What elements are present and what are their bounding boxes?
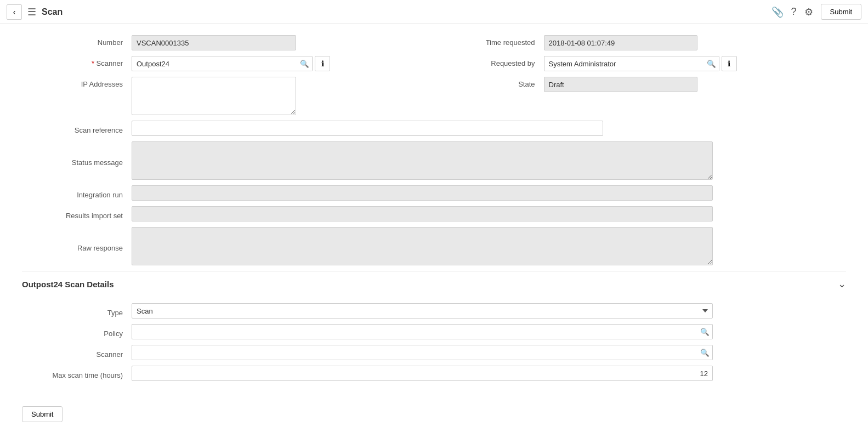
back-icon: ‹ [13, 8, 16, 16]
max-scan-time-input[interactable] [132, 366, 713, 381]
raw-response-textarea [132, 227, 713, 265]
time-requested-label: Time requested [434, 35, 544, 47]
raw-response-row: Raw response [22, 227, 846, 265]
row-number-time: Number Time requested [22, 35, 846, 56]
results-import-set-label: Results import set [22, 208, 132, 220]
status-message-row: Status message [22, 141, 846, 180]
attach-icon[interactable]: 📎 [771, 6, 784, 18]
outpost24-scanner-input[interactable] [132, 345, 697, 360]
scan-reference-row: Scan reference [22, 121, 846, 136]
max-scan-time-row: Max scan time (hours) [22, 366, 846, 381]
state-field-wrap [544, 77, 847, 92]
scanner-info-button[interactable]: ℹ [315, 56, 330, 71]
results-import-set-row: Results import set [22, 206, 846, 221]
bottom-submit-area: Submit [0, 397, 868, 431]
row-scanner-requested: Scanner 🔍 ℹ [22, 56, 846, 77]
policy-input[interactable] [132, 324, 697, 339]
max-scan-time-input-wrap [132, 366, 713, 381]
status-message-label: Status message [22, 155, 132, 167]
integration-run-input [132, 185, 713, 201]
requested-by-search-icon: 🔍 [707, 60, 716, 68]
requested-by-row: Requested by 🔍 ℹ [434, 56, 847, 71]
state-label: State [434, 77, 544, 88]
raw-response-label: Raw response [22, 241, 132, 252]
scan-reference-label: Scan reference [22, 123, 132, 134]
scanner-input[interactable] [132, 56, 297, 71]
main-content: Number Time requested Scanner [0, 24, 868, 397]
time-requested-row: Time requested [434, 35, 847, 50]
scanner-field-wrap: 🔍 ℹ [132, 56, 434, 71]
requested-by-search-button[interactable]: 🔍 [704, 56, 719, 71]
form-section: Number Time requested Scanner [22, 35, 846, 265]
scan-reference-input[interactable] [132, 121, 603, 136]
col-scanner: Scanner 🔍 ℹ [22, 56, 434, 77]
time-requested-field-wrap [544, 35, 847, 50]
back-button[interactable]: ‹ [7, 4, 22, 20]
header-left: ‹ ☰ Scan [7, 4, 63, 20]
col-time-requested: Time requested [434, 35, 847, 56]
help-icon[interactable]: ? [791, 6, 797, 18]
scanner-search-icon: 🔍 [300, 60, 309, 68]
ip-field-wrap [132, 77, 434, 115]
state-input [544, 77, 697, 92]
requested-by-input[interactable] [544, 56, 704, 71]
policy-label: Policy [22, 326, 132, 338]
requested-by-label: Requested by [434, 56, 544, 67]
outpost24-scanner-input-wrap: 🔍 [132, 345, 713, 360]
number-label: Number [22, 35, 132, 47]
scanner-search-button[interactable]: 🔍 [297, 56, 313, 71]
number-field-wrap [132, 35, 434, 50]
col-ip: IP Addresses [22, 77, 434, 121]
policy-input-wrap: 🔍 [132, 324, 713, 339]
outpost24-section-header: Outpost24 Scan Details ⌄ [22, 271, 846, 297]
page-title: Scan [42, 7, 63, 17]
policy-search-button[interactable]: 🔍 [697, 324, 713, 339]
col-state: State [434, 77, 847, 121]
outpost24-section-title: Outpost24 Scan Details [22, 280, 114, 289]
info-icon: ℹ [321, 59, 324, 68]
type-label: Type [22, 305, 132, 317]
ip-label: IP Addresses [22, 77, 132, 88]
ip-textarea[interactable] [132, 77, 296, 115]
outpost24-scanner-row: Scanner 🔍 [22, 345, 846, 360]
chevron-down-icon[interactable]: ⌄ [838, 278, 846, 290]
requested-by-info-button[interactable]: ℹ [722, 56, 737, 71]
results-import-set-input [132, 206, 713, 221]
max-scan-time-label: Max scan time (hours) [22, 368, 132, 379]
row-ip-state: IP Addresses State [22, 77, 846, 121]
integration-run-row: Integration run [22, 185, 846, 201]
type-row: Type Scan [22, 303, 846, 319]
type-select-wrap: Scan [132, 303, 713, 319]
requested-by-input-wrap: 🔍 [544, 56, 719, 71]
submit-button-bottom[interactable]: Submit [22, 406, 63, 422]
status-message-textarea [132, 141, 713, 180]
state-row: State [434, 77, 847, 92]
header: ‹ ☰ Scan 📎 ? ⚙ Submit [0, 0, 868, 24]
ip-row: IP Addresses [22, 77, 434, 115]
number-row: Number [22, 35, 434, 50]
scanner-row: Scanner 🔍 ℹ [22, 56, 434, 71]
settings-icon[interactable]: ⚙ [804, 6, 813, 18]
integration-run-label: Integration run [22, 187, 132, 199]
scanner-input-wrap: 🔍 [132, 56, 313, 71]
hamburger-icon[interactable]: ☰ [27, 6, 36, 18]
type-select[interactable]: Scan [132, 303, 713, 319]
outpost24-scanner-search-button[interactable]: 🔍 [697, 345, 713, 360]
col-number: Number [22, 35, 434, 56]
requested-by-info-icon: ℹ [728, 59, 730, 68]
outpost24-scanner-label: Scanner [22, 347, 132, 359]
policy-search-icon: 🔍 [700, 328, 710, 336]
submit-button-header[interactable]: Submit [821, 4, 861, 20]
scanner-label: Scanner [22, 56, 132, 67]
outpost24-scanner-search-icon: 🔍 [700, 349, 710, 357]
requested-by-field-wrap: 🔍 ℹ [544, 56, 847, 71]
header-right: 📎 ? ⚙ Submit [771, 4, 861, 20]
time-requested-input [544, 35, 697, 50]
number-input [132, 35, 296, 50]
col-requested-by: Requested by 🔍 ℹ [434, 56, 847, 77]
policy-row: Policy 🔍 [22, 324, 846, 339]
